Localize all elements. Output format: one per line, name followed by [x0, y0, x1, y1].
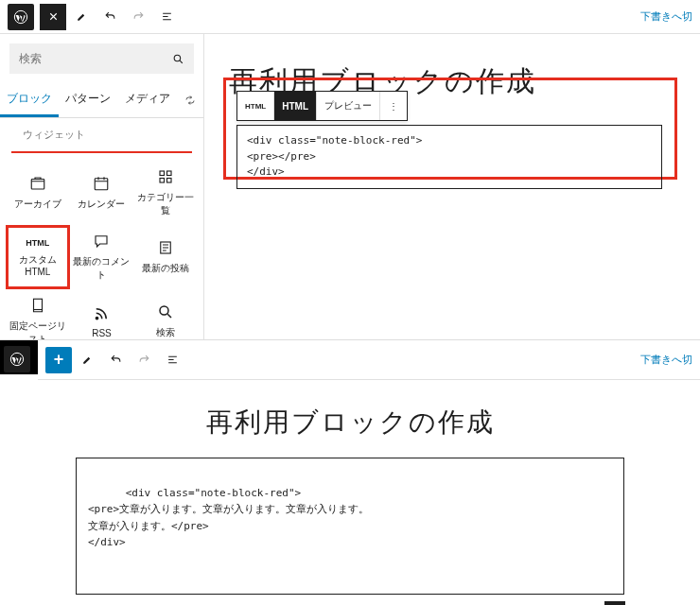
svg-rect-5: [167, 171, 172, 176]
block-label: 固定ページリスト: [6, 320, 70, 339]
search-icon: [157, 303, 174, 320]
block-latest-comments[interactable]: 最新のコメント: [70, 225, 134, 289]
html-mode-button[interactable]: HTML: [274, 92, 317, 120]
editor-topbar: 下書きへ切: [0, 0, 700, 34]
tab-reusable-icon[interactable]: [177, 83, 203, 117]
archive-icon: [29, 175, 46, 192]
block-label: 最新のコメント: [70, 255, 134, 282]
editor-canvas[interactable]: 再利用ブロックの作成 HTML HTML プレビュー ⋮ <div class=…: [204, 34, 700, 339]
wordpress-logo[interactable]: [8, 4, 34, 30]
svg-rect-7: [167, 179, 172, 183]
top-screenshot: 下書きへ切 ブロック パターン メディア ウィジェット: [0, 0, 700, 340]
block-label: カテゴリー一覧: [133, 191, 198, 217]
rss-icon: [93, 305, 110, 322]
block-toolbar: HTML HTML プレビュー ⋮: [236, 91, 408, 121]
code-content: <div class="note-block-red"> <pre>文章が入りま…: [88, 487, 369, 549]
edit-icon[interactable]: [68, 4, 95, 30]
tab-patterns[interactable]: パターン: [59, 83, 117, 117]
block-archive[interactable]: アーカイブ: [6, 161, 70, 225]
block-label: アーカイブ: [14, 198, 61, 211]
svg-rect-3: [96, 179, 109, 190]
save-draft-link[interactable]: 下書きへ切: [640, 353, 692, 367]
block-page-list[interactable]: 固定ページリスト: [6, 289, 70, 339]
redo-button: [125, 4, 151, 30]
html-icon: HTML: [26, 238, 49, 248]
svg-point-10: [96, 317, 98, 319]
svg-rect-9: [33, 299, 42, 309]
block-label: RSS: [92, 328, 112, 338]
pages-icon: [29, 297, 46, 314]
tab-blocks[interactable]: ブロック: [0, 83, 59, 117]
svg-rect-2: [31, 180, 44, 190]
block-custom-html[interactable]: HTMLカスタム HTML: [6, 225, 70, 289]
tab-media[interactable]: メディア: [118, 83, 177, 117]
block-search[interactable]: 検索: [133, 289, 198, 339]
calendar-icon: [93, 175, 110, 192]
preview-mode-button[interactable]: プレビュー: [317, 92, 380, 120]
add-block-after-button[interactable]: +: [604, 601, 625, 605]
edit-icon[interactable]: [74, 347, 100, 373]
svg-rect-6: [160, 179, 165, 183]
block-options-button[interactable]: ⋮: [380, 92, 407, 120]
redo-button: [131, 347, 157, 373]
block-label: カスタム HTML: [9, 253, 67, 277]
posts-icon: [157, 239, 174, 256]
undo-button[interactable]: [102, 347, 129, 373]
block-calendar[interactable]: カレンダー: [70, 161, 134, 225]
html-code-textarea[interactable]: <div class="note-block-red"> <pre>文章が入りま…: [76, 458, 624, 595]
svg-point-1: [174, 55, 181, 60]
editor-topbar: + 下書きへ切: [38, 340, 700, 380]
block-categories[interactable]: カテゴリー一覧: [133, 161, 198, 225]
search-field[interactable]: [19, 52, 172, 65]
document-outline-button[interactable]: [159, 347, 185, 373]
search-icon: [172, 53, 184, 65]
block-inserter-sidebar: ブロック パターン メディア ウィジェット アーカイブ カレンダー カテゴリー一…: [0, 34, 204, 339]
block-grid: アーカイブ カレンダー カテゴリー一覧 HTMLカスタム HTML 最新のコメン…: [0, 161, 203, 339]
block-label: 最新の投稿: [142, 262, 189, 275]
editor-canvas[interactable]: 再利用ブロックの作成 <div class="note-block-red"> …: [0, 395, 700, 605]
block-label: 検索: [156, 326, 175, 339]
wordpress-logo[interactable]: [4, 346, 30, 372]
block-label: カレンダー: [78, 198, 125, 211]
block-latest-posts[interactable]: 最新の投稿: [133, 225, 198, 289]
comment-icon: [93, 233, 110, 250]
html-code-textarea[interactable]: <div class="note-block-red"> <pre></pre>…: [236, 125, 662, 189]
block-search-input[interactable]: [9, 43, 194, 74]
add-block-button[interactable]: +: [45, 347, 72, 373]
block-type-indicator[interactable]: HTML: [237, 92, 274, 120]
svg-rect-4: [160, 171, 165, 176]
post-title[interactable]: 再利用ブロックの作成: [76, 405, 624, 441]
inserter-tabs: ブロック パターン メディア: [0, 83, 203, 118]
close-inserter-button[interactable]: [40, 4, 66, 30]
bottom-screenshot: + 下書きへ切 再利用ブロックの作成 <div class="note-bloc…: [0, 340, 700, 605]
save-draft-link[interactable]: 下書きへ切: [640, 9, 692, 24]
svg-point-11: [160, 306, 168, 315]
category-label-widgets: ウィジェット: [11, 118, 192, 153]
undo-button[interactable]: [96, 4, 123, 30]
document-outline-button[interactable]: [153, 4, 180, 30]
grid-icon: [157, 168, 174, 185]
block-rss[interactable]: RSS: [70, 289, 134, 339]
